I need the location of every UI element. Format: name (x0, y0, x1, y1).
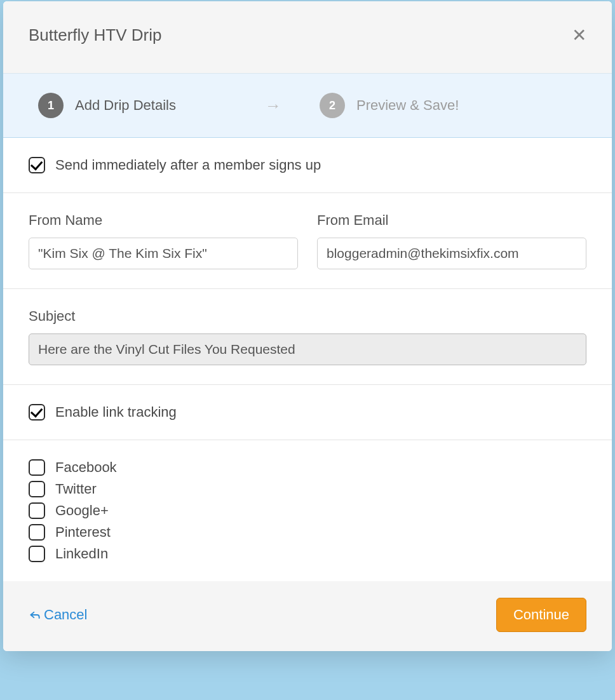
section-from: From Name From Email (3, 193, 612, 289)
facebook-label: Facebook (55, 459, 117, 476)
subject-label: Subject (29, 308, 586, 325)
pinterest-checkbox[interactable] (29, 524, 45, 541)
link-tracking-checkbox[interactable] (29, 404, 45, 421)
continue-button[interactable]: Continue (496, 598, 586, 632)
section-share: Facebook Twitter Google+ Pinterest Linke… (3, 440, 612, 581)
step-2[interactable]: 2 Preview & Save! (320, 93, 459, 118)
googleplus-checkbox[interactable] (29, 502, 45, 519)
section-send-immediately: Send immediately after a member signs up (3, 138, 612, 193)
share-item-pinterest: Pinterest (29, 524, 586, 541)
twitter-label: Twitter (55, 481, 97, 497)
cancel-label: Cancel (44, 607, 87, 623)
linkedin-checkbox[interactable] (29, 546, 45, 562)
step-1-label: Add Drip Details (75, 97, 176, 114)
modal-header: Butterfly HTV Drip ✕ (3, 1, 612, 73)
continue-label: Continue (513, 607, 569, 623)
step-1-badge: 1 (38, 93, 64, 118)
from-name-label: From Name (29, 212, 298, 229)
modal-title: Butterfly HTV Drip (29, 25, 162, 45)
section-link-tracking: Enable link tracking (3, 385, 612, 440)
cancel-button[interactable]: Cancel (29, 607, 87, 623)
linkedin-label: LinkedIn (55, 546, 108, 562)
section-subject: Subject (3, 289, 612, 385)
subject-input[interactable] (29, 333, 586, 365)
step-2-badge: 2 (320, 93, 345, 118)
share-item-linkedin: LinkedIn (29, 546, 586, 562)
close-icon: ✕ (572, 25, 586, 45)
share-item-googleplus: Google+ (29, 502, 586, 519)
googleplus-label: Google+ (55, 502, 109, 519)
share-item-twitter: Twitter (29, 481, 586, 497)
share-list: Facebook Twitter Google+ Pinterest Linke… (29, 459, 586, 562)
steps-bar: 1 Add Drip Details → 2 Preview & Save! (3, 73, 612, 138)
arrow-right-icon: → (265, 96, 281, 116)
from-name-input[interactable] (29, 238, 298, 269)
step-2-label: Preview & Save! (356, 97, 459, 114)
pinterest-label: Pinterest (55, 524, 111, 541)
facebook-checkbox[interactable] (29, 459, 45, 476)
close-button[interactable]: ✕ (572, 27, 586, 44)
from-email-input[interactable] (317, 238, 586, 269)
reply-arrow-icon (29, 609, 41, 621)
from-email-label: From Email (317, 212, 586, 229)
send-immediately-checkbox[interactable] (29, 157, 45, 173)
drip-modal: Butterfly HTV Drip ✕ 1 Add Drip Details … (3, 1, 612, 651)
link-tracking-label: Enable link tracking (55, 404, 177, 421)
twitter-checkbox[interactable] (29, 481, 45, 497)
share-item-facebook: Facebook (29, 459, 586, 476)
step-1[interactable]: 1 Add Drip Details (38, 93, 176, 118)
send-immediately-label: Send immediately after a member signs up (55, 157, 321, 173)
modal-footer: Cancel Continue (3, 581, 612, 651)
